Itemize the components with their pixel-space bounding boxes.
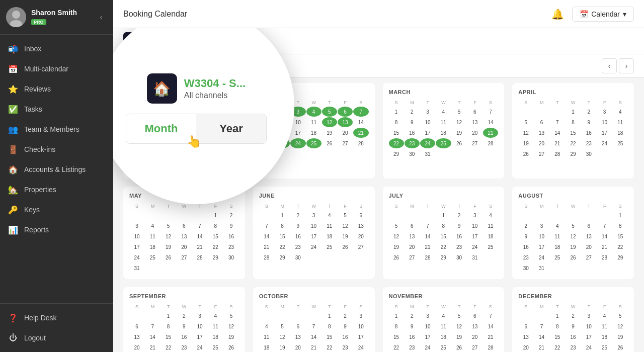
cal-day[interactable]: 5 (452, 107, 467, 117)
cal-day[interactable]: 1 (566, 107, 581, 117)
cal-day[interactable]: 24 (420, 342, 435, 352)
cal-day[interactable]: 26 (161, 252, 176, 262)
sidebar-item-inbox[interactable]: 📬 Inbox (0, 39, 113, 59)
cal-day[interactable]: 10 (467, 221, 482, 231)
cal-day[interactable]: 6 (290, 321, 305, 331)
cal-day[interactable]: 1 (613, 210, 628, 220)
cal-day[interactable]: 14 (483, 117, 498, 127)
notifications-icon[interactable]: 🔔 (551, 8, 564, 20)
cal-day[interactable]: 7 (483, 311, 498, 321)
cal-day[interactable]: 22 (566, 138, 581, 148)
cal-day[interactable]: 10 (534, 231, 549, 241)
cal-day[interactable]: 27 (338, 138, 353, 148)
cal-day[interactable]: 5 (275, 321, 290, 331)
cal-day[interactable]: 13 (353, 221, 368, 231)
cal-day[interactable]: 28 (550, 149, 565, 159)
cal-day[interactable]: 14 (483, 321, 498, 331)
cal-day[interactable]: 6 (518, 321, 533, 331)
cal-day[interactable]: 2 (405, 311, 420, 321)
cal-day[interactable]: 3 (192, 311, 207, 321)
cal-day[interactable]: 1 (322, 311, 337, 321)
cal-day[interactable]: 9 (581, 117, 596, 127)
cal-day[interactable]: 31 (534, 263, 549, 273)
cal-day[interactable]: 12 (613, 321, 628, 331)
cal-day[interactable]: 4 (597, 311, 612, 321)
cal-day[interactable]: 4 (306, 107, 321, 117)
cal-day[interactable]: 7 (597, 221, 612, 231)
cal-day[interactable]: 17 (467, 231, 482, 241)
cal-day[interactable]: 11 (483, 221, 498, 231)
cal-day[interactable]: 20 (290, 342, 305, 352)
cal-day[interactable]: 14 (306, 332, 321, 342)
cal-day[interactable]: 7 (550, 117, 565, 127)
next-button[interactable]: › (619, 58, 634, 73)
cal-day[interactable]: 15 (389, 128, 404, 138)
cal-day[interactable]: 9 (224, 221, 239, 231)
cal-day[interactable]: 3 (306, 210, 321, 220)
cal-day[interactable]: 7 (306, 321, 321, 331)
cal-day[interactable]: 5 (613, 311, 628, 321)
cal-day[interactable]: 11 (436, 321, 451, 331)
cal-day[interactable]: 28 (483, 342, 498, 352)
cal-day[interactable]: 8 (389, 321, 404, 331)
cal-day[interactable]: 13 (129, 332, 144, 342)
cal-day[interactable]: 28 (483, 138, 498, 148)
cal-day[interactable]: 9 (338, 321, 353, 331)
cal-day[interactable]: 5 (322, 107, 337, 117)
cal-day[interactable]: 17 (420, 332, 435, 342)
cal-day[interactable]: 19 (452, 332, 467, 342)
cal-day[interactable]: 9 (566, 321, 581, 331)
cal-day[interactable]: 8 (389, 117, 404, 127)
cal-day[interactable]: 6 (534, 117, 549, 127)
cal-day[interactable]: 3 (467, 210, 482, 220)
cal-day[interactable]: 23 (452, 242, 467, 252)
cal-day[interactable]: 18 (436, 332, 451, 342)
cal-day[interactable]: 7 (145, 321, 160, 331)
cal-day[interactable]: 11 (550, 231, 565, 241)
cal-day[interactable]: 22 (436, 242, 451, 252)
cal-day[interactable]: 26 (566, 252, 581, 262)
cal-day[interactable]: 4 (208, 311, 223, 321)
cal-day[interactable]: 15 (208, 231, 223, 241)
year-view-button[interactable]: Year (196, 114, 266, 143)
sidebar-item-team-members[interactable]: 👥 Team & Members (0, 119, 113, 139)
cal-day[interactable]: 28 (353, 138, 368, 148)
cal-day[interactable]: 6 (467, 311, 482, 321)
cal-day[interactable]: 22 (613, 242, 628, 252)
cal-day[interactable]: 14 (550, 128, 565, 138)
cal-day[interactable]: 25 (145, 252, 160, 262)
cal-day[interactable]: 26 (613, 342, 628, 352)
cal-day[interactable]: 27 (534, 149, 549, 159)
cal-day[interactable]: 18 (322, 231, 337, 241)
cal-day[interactable]: 9 (177, 321, 192, 331)
cal-day[interactable]: 20 (534, 138, 549, 148)
cal-day[interactable]: 4 (613, 107, 628, 117)
cal-day[interactable]: 23 (405, 342, 420, 352)
cal-day[interactable]: 30 (452, 252, 467, 262)
cal-day[interactable]: 27 (353, 242, 368, 252)
cal-day[interactable]: 11 (436, 117, 451, 127)
cal-day[interactable]: 2 (452, 210, 467, 220)
cal-day[interactable]: 22 (275, 242, 290, 252)
cal-day[interactable]: 18 (306, 128, 321, 138)
cal-day[interactable]: 29 (566, 149, 581, 159)
cal-day[interactable]: 15 (550, 332, 565, 342)
cal-day[interactable]: 11 (322, 221, 337, 231)
cal-day[interactable]: 24 (534, 252, 549, 262)
cal-day[interactable]: 5 (224, 311, 239, 321)
cal-day[interactable]: 20 (405, 242, 420, 252)
cal-day[interactable]: 4 (259, 321, 274, 331)
cal-day[interactable]: 2 (566, 311, 581, 321)
cal-day[interactable]: 21 (192, 242, 207, 252)
cal-day[interactable]: 20 (129, 342, 144, 352)
cal-day[interactable]: 6 (467, 107, 482, 117)
cal-day[interactable]: 29 (436, 252, 451, 262)
sidebar-profile[interactable]: Sharon Smith PRO ‹ (0, 0, 113, 35)
cal-day[interactable]: 11 (259, 332, 274, 342)
cal-day[interactable]: 14 (420, 231, 435, 241)
cal-day[interactable]: 31 (467, 252, 482, 262)
cal-day[interactable]: 1 (436, 210, 451, 220)
collapse-sidebar-button[interactable]: ‹ (95, 11, 107, 23)
cal-day[interactable]: 16 (224, 231, 239, 241)
cal-day[interactable]: 23 (518, 252, 533, 262)
